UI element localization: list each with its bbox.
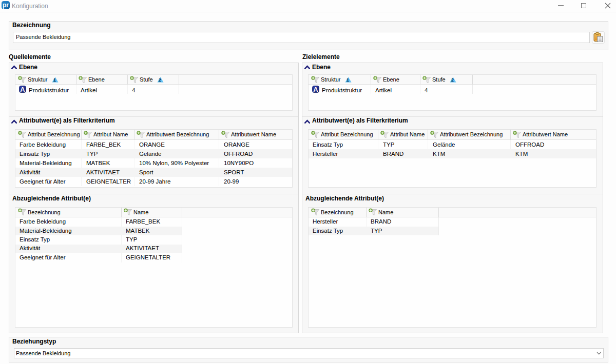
svg-text:2: 2 xyxy=(159,77,161,83)
svg-text:2: 2 xyxy=(451,77,454,83)
svg-text:A: A xyxy=(20,86,25,93)
svg-text:pr: pr xyxy=(3,2,9,9)
svg-text:1: 1 xyxy=(53,77,56,83)
svg-text:A: A xyxy=(313,86,318,93)
svg-text:1: 1 xyxy=(346,77,349,83)
